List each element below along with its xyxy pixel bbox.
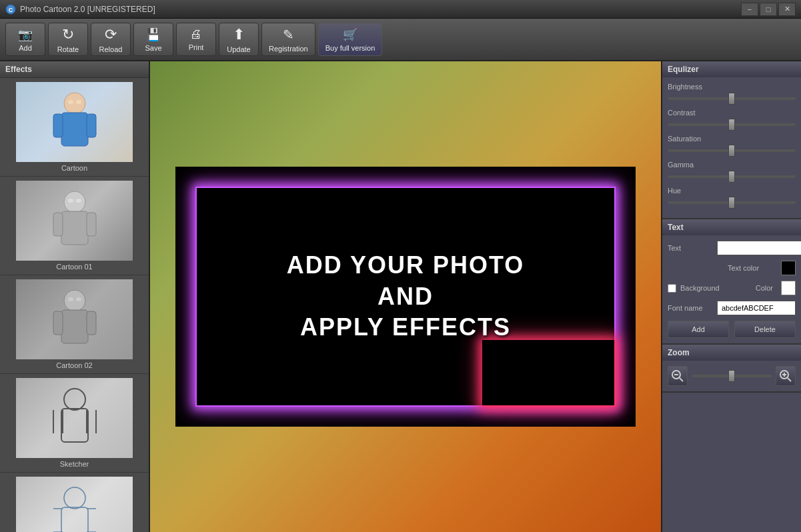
saturation-slider[interactable] xyxy=(668,149,796,152)
svg-rect-10 xyxy=(53,213,63,236)
background-label: Background xyxy=(680,284,720,292)
reload-button[interactable]: ⟳ Reload xyxy=(91,23,131,56)
text-delete-button[interactable]: Delete xyxy=(734,321,796,338)
effect-cartoon[interactable]: Cartoon xyxy=(0,78,149,177)
zoom-slider[interactable] xyxy=(692,375,772,377)
font-label: Font name xyxy=(668,304,714,312)
effect-sketch[interactable]: Sketch xyxy=(0,473,149,532)
zoom-section: Zoom xyxy=(662,345,801,393)
right-panel: Equlizer Brightness Contrast Saturation … xyxy=(661,61,801,532)
svg-point-8 xyxy=(64,191,85,213)
svg-rect-17 xyxy=(87,311,96,335)
svg-point-12 xyxy=(68,199,73,203)
buy-icon: 🛒 xyxy=(343,27,357,42)
text-field[interactable] xyxy=(717,241,801,255)
svg-line-38 xyxy=(788,378,791,381)
background-row: Background Color xyxy=(668,281,796,295)
zoom-content xyxy=(662,361,801,391)
brightness-row: Brightness xyxy=(668,83,796,102)
toolbar: 📷 Add ↻ Rotate ⟳ Reload 💾 Save 🖨 Print ⬆… xyxy=(0,19,801,61)
update-button[interactable]: ⬆ Update xyxy=(219,23,259,56)
brightness-slider[interactable] xyxy=(668,97,796,100)
svg-rect-3 xyxy=(61,113,88,146)
text-header: Text xyxy=(662,219,801,235)
svg-point-18 xyxy=(68,297,73,301)
hue-label: Hue xyxy=(668,187,796,195)
rotate-button[interactable]: ↻ Rotate xyxy=(48,23,88,56)
svg-point-2 xyxy=(64,93,85,114)
neon-frame-corner xyxy=(482,340,616,407)
effect-thumb-sketcher xyxy=(16,378,133,458)
effect-thumb-cartoon01 xyxy=(16,181,133,261)
saturation-row: Saturation xyxy=(668,135,796,154)
effect-cartoon02[interactable]: Cartoon 02 xyxy=(0,275,149,374)
effects-list[interactable]: Cartoon Cartoon xyxy=(0,78,149,532)
save-button[interactable]: 💾 Save xyxy=(133,23,173,56)
svg-rect-4 xyxy=(53,114,63,137)
equalizer-section: Equlizer Brightness Contrast Saturation … xyxy=(662,61,801,219)
effect-thumb-cartoon02 xyxy=(16,279,133,359)
text-input-row: Text xyxy=(668,241,796,255)
zoom-controls xyxy=(668,366,796,386)
gamma-label: Gamma xyxy=(668,161,796,169)
effect-cartoon02-label: Cartoon 02 xyxy=(56,361,92,369)
add-icon: 📷 xyxy=(18,27,33,42)
svg-rect-5 xyxy=(87,114,96,137)
update-icon: ⬆ xyxy=(233,26,245,43)
text-content: Text Text color Background Color Font na… xyxy=(662,235,801,343)
svg-point-14 xyxy=(64,290,85,311)
reload-icon: ⟳ xyxy=(105,26,117,43)
text-add-button[interactable]: Add xyxy=(668,321,729,338)
update-label: Update xyxy=(227,45,250,53)
effect-cartoon-label: Cartoon xyxy=(61,164,87,172)
text-actions: Add Delete xyxy=(668,321,796,338)
restore-button[interactable]: □ xyxy=(760,3,777,16)
zoom-out-icon xyxy=(671,369,684,383)
reload-label: Reload xyxy=(99,45,123,53)
effect-thumb-cartoon xyxy=(16,82,133,162)
svg-point-19 xyxy=(76,297,81,301)
effect-cartoon01-label: Cartoon 01 xyxy=(56,263,92,271)
equalizer-content: Brightness Contrast Saturation Gamma Hue xyxy=(662,77,801,218)
main-layout: Effects Cartoon xyxy=(0,61,801,532)
window-controls: − □ ✕ xyxy=(741,3,796,16)
print-icon: 🖨 xyxy=(190,27,202,41)
buy-full-version-button[interactable]: 🛒 Buy full version xyxy=(318,23,383,56)
titlebar: C Photo Cartoon 2.0 [UNREGISTERED] − □ ✕ xyxy=(0,0,801,19)
app-title: Photo Cartoon 2.0 [UNREGISTERED] xyxy=(20,5,741,14)
brightness-label: Brightness xyxy=(668,83,796,91)
gamma-row: Gamma xyxy=(668,161,796,180)
zoom-out-button[interactable] xyxy=(668,366,688,386)
background-checkbox[interactable] xyxy=(668,284,676,293)
registration-button[interactable]: ✎ Registration xyxy=(261,23,315,56)
svg-rect-15 xyxy=(61,310,88,343)
effects-panel: Effects Cartoon xyxy=(0,61,150,532)
hue-slider[interactable] xyxy=(668,201,796,204)
bg-color-picker[interactable] xyxy=(781,281,796,295)
svg-rect-21 xyxy=(61,409,88,442)
effects-header: Effects xyxy=(0,61,149,78)
hue-row: Hue xyxy=(668,187,796,206)
contrast-row: Contrast xyxy=(668,109,796,128)
print-button[interactable]: 🖨 Print xyxy=(176,23,216,56)
effect-thumb-sketch xyxy=(16,477,133,532)
svg-line-34 xyxy=(680,378,683,381)
text-field-label: Text xyxy=(668,244,714,252)
svg-point-26 xyxy=(64,487,85,509)
rotate-icon: ↻ xyxy=(62,26,74,43)
close-button[interactable]: ✕ xyxy=(778,3,796,16)
add-button[interactable]: 📷 Add xyxy=(5,23,45,56)
saturation-label: Saturation xyxy=(668,135,796,143)
effect-cartoon01[interactable]: Cartoon 01 xyxy=(0,177,149,275)
color-label: Color xyxy=(756,284,773,292)
zoom-in-button[interactable] xyxy=(776,366,796,386)
gamma-slider[interactable] xyxy=(668,175,796,178)
save-icon: 💾 xyxy=(146,27,161,42)
minimize-button[interactable]: − xyxy=(741,3,758,16)
svg-point-7 xyxy=(76,100,81,104)
effect-sketcher[interactable]: Sketcher xyxy=(0,374,149,473)
text-color-label: Text color xyxy=(728,264,774,272)
save-label: Save xyxy=(145,44,161,52)
text-color-picker[interactable] xyxy=(781,261,796,275)
contrast-slider[interactable] xyxy=(668,123,796,126)
